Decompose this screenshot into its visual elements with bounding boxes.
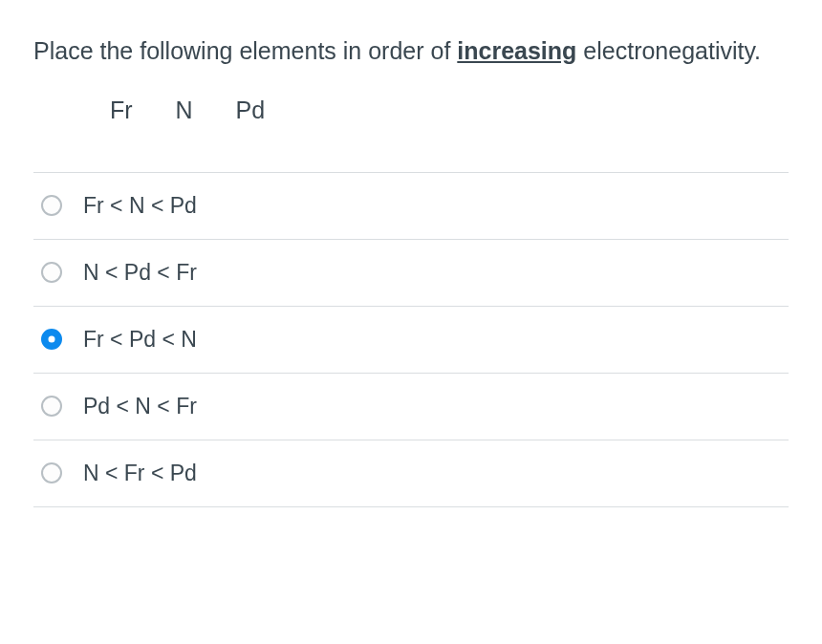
option-row-3[interactable]: Pd < N < Fr: [33, 373, 789, 440]
radio-button-4[interactable]: [41, 462, 62, 483]
element-1: N: [176, 97, 193, 123]
question-emphasis: increasing: [457, 37, 576, 64]
elements-list: Fr N Pd: [33, 97, 789, 124]
options-group: Fr < N < Pd N < Pd < Fr Fr < Pd < N Pd <…: [33, 172, 789, 507]
option-row-4[interactable]: N < Fr < Pd: [33, 440, 789, 507]
option-label-0: Fr < N < Pd: [83, 193, 197, 219]
option-label-1: N < Pd < Fr: [83, 260, 197, 286]
option-label-2: Fr < Pd < N: [83, 327, 197, 353]
radio-button-2[interactable]: [41, 329, 62, 350]
option-row-1[interactable]: N < Pd < Fr: [33, 239, 789, 306]
option-label-4: N < Fr < Pd: [83, 461, 197, 486]
option-row-2[interactable]: Fr < Pd < N: [33, 306, 789, 373]
radio-button-0[interactable]: [41, 195, 62, 216]
option-label-3: Pd < N < Fr: [83, 394, 197, 419]
radio-button-1[interactable]: [41, 262, 62, 283]
element-2: Pd: [236, 97, 266, 123]
question-prompt: Place the following elements in order of…: [33, 33, 789, 70]
element-0: Fr: [110, 97, 133, 123]
option-row-0[interactable]: Fr < N < Pd: [33, 172, 789, 239]
question-prefix: Place the following elements in order of: [33, 37, 457, 64]
question-suffix: electronegativity.: [576, 37, 761, 64]
radio-button-3[interactable]: [41, 396, 62, 417]
